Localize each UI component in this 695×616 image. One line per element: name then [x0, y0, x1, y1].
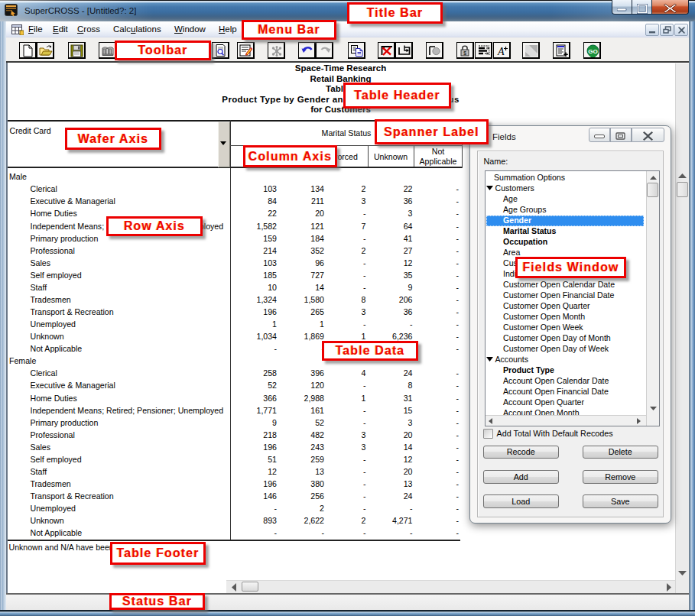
svg-text:A: A	[497, 46, 505, 57]
svg-text:GO: GO	[588, 47, 597, 54]
svg-text:$: $	[463, 50, 466, 55]
